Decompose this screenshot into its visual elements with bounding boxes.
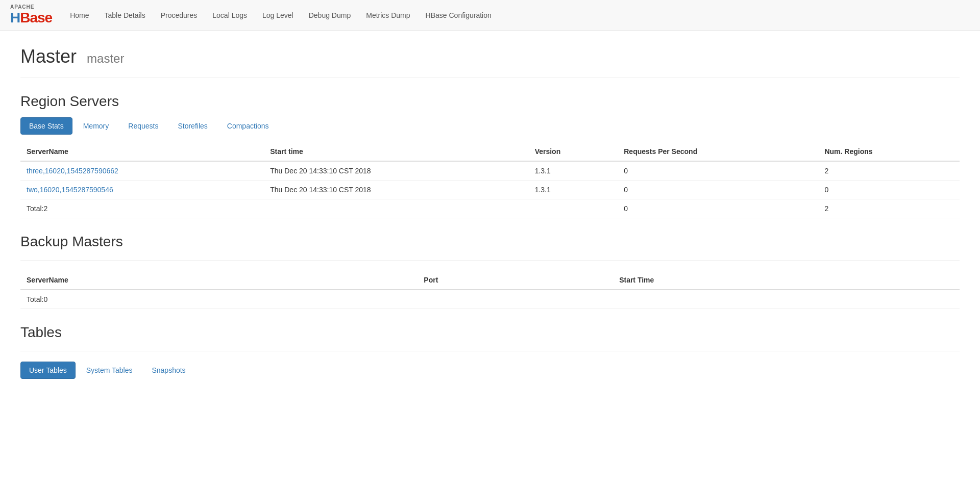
total-regions: 2 [818,199,960,218]
nav-item-table-details[interactable]: Table Details [97,0,153,31]
table-row-total: Total:2 0 2 [20,199,960,218]
nav-item-debug-dump[interactable]: Debug Dump [301,0,359,31]
title-divider [20,78,960,78]
requests-1: 0 [618,161,818,181]
region-servers-table: ServerName Start time Version Requests P… [20,142,960,218]
nav-item-procedures[interactable]: Procedures [153,0,205,31]
tab-snapshots[interactable]: Snapshots [143,362,194,379]
server-name-1: three,16020,1545287590662 [20,161,264,181]
tab-storefiles[interactable]: Storefiles [169,117,216,135]
version-2: 1.3.1 [529,181,618,199]
col-requests-per-second: Requests Per Second [618,142,818,161]
page-title: Master master [20,46,960,67]
regions-1: 2 [818,161,960,181]
backup-masters-divider [20,260,960,261]
region-servers-tabs: Base Stats Memory Requests Storefiles Co… [20,117,960,135]
nav-item-log-level[interactable]: Log Level [255,0,301,31]
server-link-1[interactable]: three,16020,1545287590662 [27,167,118,175]
backup-col-port: Port [418,271,613,290]
navbar: APACHE HBase Home Table Details Procedur… [0,0,980,31]
master-subtitle: master [87,52,124,65]
backup-masters-title: Backup Masters [20,234,960,250]
main-content: Master master Region Servers Base Stats … [0,31,980,402]
nav-link-debug-dump[interactable]: Debug Dump [301,0,359,31]
tab-system-tables[interactable]: System Tables [78,362,141,379]
tables-divider [20,351,960,351]
nav-item-home[interactable]: Home [62,0,96,31]
tab-user-tables[interactable]: User Tables [20,362,76,379]
tab-requests[interactable]: Requests [119,117,167,135]
nav-links: Home Table Details Procedures Local Logs… [62,0,499,30]
version-1: 1.3.1 [529,161,618,181]
total-label: Total:2 [20,199,264,218]
start-time-1: Thu Dec 20 14:33:10 CST 2018 [264,161,528,181]
table-row: three,16020,1545287590662 Thu Dec 20 14:… [20,161,960,181]
col-num-regions: Num. Regions [818,142,960,161]
col-starttime: Start time [264,142,528,161]
total-requests: 0 [618,199,818,218]
nav-link-procedures[interactable]: Procedures [153,0,205,31]
col-servername: ServerName [20,142,264,161]
tables-tabs: User Tables System Tables Snapshots [20,362,960,379]
master-label: Master [20,46,77,67]
server-name-2: two,16020,1545287590546 [20,181,264,199]
nav-item-local-logs[interactable]: Local Logs [205,0,255,31]
backup-total-label: Total:0 [20,290,418,309]
backup-col-servername: ServerName [20,271,418,290]
backup-masters-header: ServerName Port Start Time [20,271,960,290]
backup-total-row: Total:0 [20,290,960,309]
table-row: two,16020,1545287590546 Thu Dec 20 14:33… [20,181,960,199]
nav-link-log-level[interactable]: Log Level [255,0,301,31]
nav-item-metrics-dump[interactable]: Metrics Dump [358,0,418,31]
brand-logo: APACHE HBase [10,4,52,26]
nav-link-hbase-config[interactable]: HBase Configuration [418,0,499,31]
col-version: Version [529,142,618,161]
backup-masters-table: ServerName Port Start Time Total:0 [20,271,960,309]
tab-compactions[interactable]: Compactions [218,117,278,135]
nav-link-local-logs[interactable]: Local Logs [205,0,255,31]
logo-hbase-text: HBase [10,10,52,26]
nav-link-home[interactable]: Home [62,0,96,31]
server-link-2[interactable]: two,16020,1545287590546 [27,186,113,194]
nav-link-metrics-dump[interactable]: Metrics Dump [358,0,418,31]
backup-col-starttime: Start Time [613,271,960,290]
region-servers-table-header: ServerName Start time Version Requests P… [20,142,960,161]
tab-memory[interactable]: Memory [75,117,118,135]
nav-link-table-details[interactable]: Table Details [97,0,153,31]
logo-apache-text: APACHE [10,4,52,10]
start-time-2: Thu Dec 20 14:33:10 CST 2018 [264,181,528,199]
region-servers-title: Region Servers [20,93,960,110]
regions-2: 0 [818,181,960,199]
nav-item-hbase-config[interactable]: HBase Configuration [418,0,499,31]
tables-section-title: Tables [20,324,960,341]
requests-2: 0 [618,181,818,199]
tab-base-stats[interactable]: Base Stats [20,117,72,135]
